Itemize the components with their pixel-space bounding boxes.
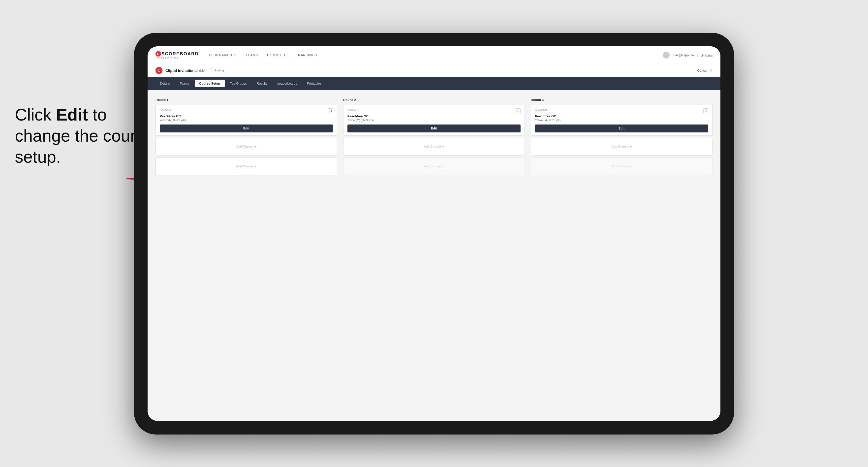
round-3-add-course-2: Add Course + [531,157,713,175]
course-card-header: (Course A) ⊟ [160,108,333,113]
round-3-delete-button[interactable]: ⊟ [703,108,708,113]
round-2-label: Round 2 [343,98,525,102]
round-2-delete-button[interactable]: ⊟ [516,108,521,113]
logo-c-letter: C [155,51,161,57]
round-2-add-course-2: Add Course + [343,157,525,175]
sign-out-link[interactable]: Sign out [701,53,713,57]
sub-header: C Clippd Invitational (Men) Hosting Canc… [148,64,720,77]
nav-teams[interactable]: TEAMS [246,52,258,58]
tab-teams[interactable]: Teams [175,80,194,87]
round-3-course-details: Yellow (M) (6629 yds) [535,119,708,122]
rounds-grid: Round 1 (Course A) ⊟ Peachtree GC Yellow… [155,98,713,177]
user-avatar [663,52,670,59]
round-2-add-course-plus-1: + [442,144,444,149]
round-3-add-course-plus-2: + [629,164,632,169]
round-1-add-course-2[interactable]: Add Course + [155,157,337,175]
sub-header-logo: C [155,67,162,74]
nav-rankings[interactable]: RANKINGS [298,52,317,58]
round-3-label: Round 3 [531,98,713,102]
logo-subtitle: Powered by clippd [155,57,199,59]
round-1-course-details: Yellow (M) (6629 yds) [160,119,333,122]
round-1-edit-button[interactable]: Edit [160,125,333,132]
round-3-course-label: (Course A) [535,108,547,111]
separator: | [697,53,698,57]
round-2-add-course-label-1: Add Course [424,145,441,148]
round-3-column: Round 3 (Course A) ⊟ Peachtree GC Yellow… [531,98,713,177]
round-1-column: Round 1 (Course A) ⊟ Peachtree GC Yellow… [155,98,337,177]
cancel-x[interactable]: ✕ [709,68,713,73]
add-course-label-1: Add Course [236,145,253,148]
round-3-edit-button[interactable]: Edit [535,125,708,132]
round-1-delete-button[interactable]: ⊟ [328,108,333,113]
round-1-course-card: (Course A) ⊟ Peachtree GC Yellow (M) (66… [155,105,337,136]
user-email: blair@clippd.io [673,53,694,57]
nav-links: TOURNAMENTS TEAMS COMMITTEE RANKINGS [209,52,663,58]
round-2-course-card: (Course A) ⊟ Peachtree GC Yellow (M) (66… [343,105,525,136]
tablet-screen: C SCOREBOARD Powered by clippd TOURNAMEN… [148,46,720,421]
nav-tournaments[interactable]: TOURNAMENTS [209,52,237,58]
cancel-button[interactable]: Cancel [698,69,707,72]
round-2-add-course-1[interactable]: Add Course + [343,138,525,156]
round-1-add-course-1[interactable]: Add Course + [155,138,337,156]
round-2-course-name: Peachtree GC [347,114,521,118]
top-nav-right: blair@clippd.io | Sign out [663,52,713,59]
round-3-add-course-plus-1: + [629,144,632,149]
round-2-course-label: (Course A) [347,108,359,111]
add-course-plus-1: + [254,144,256,149]
round-3-add-course-label-2: Add Course [612,164,629,168]
round-3-course-name: Peachtree GC [535,114,708,118]
tablet-device: C SCOREBOARD Powered by clippd TOURNAMEN… [134,33,734,435]
tab-leaderboards[interactable]: Leaderboards [273,80,302,87]
tab-course-setup[interactable]: Course Setup [195,80,225,87]
round-3-add-course-1[interactable]: Add Course + [531,138,713,156]
round-2-course-details: Yellow (M) (6629 yds) [347,119,521,122]
round-2-course-card-header: (Course A) ⊟ [347,108,521,113]
round-3-course-card: (Course A) ⊟ Peachtree GC Yellow (M) (66… [531,105,713,136]
tab-bar: Details Teams Course Setup Tee Groups Re… [148,77,720,90]
tab-results[interactable]: Results [252,80,272,87]
round-2-edit-button[interactable]: Edit [347,125,521,132]
top-navigation: C SCOREBOARD Powered by clippd TOURNAMEN… [148,46,720,64]
tournament-name: Clippd Invitational [165,68,198,73]
nav-committee[interactable]: COMMITTEE [267,52,289,58]
tournament-gender: (Men) [199,69,208,72]
tab-details[interactable]: Details [155,80,174,87]
round-1-course-name: Peachtree GC [160,114,333,118]
round-2-add-course-label-2: Add Course [424,164,441,168]
round-2-add-course-plus-2: + [442,164,444,169]
delete-icon: ⊟ [329,109,332,113]
add-course-plus-2: + [254,164,256,169]
logo-area: C SCOREBOARD Powered by clippd [155,51,199,59]
hosting-badge: Hosting [212,68,226,73]
delete-icon-3: ⊟ [705,109,707,113]
annotation-bold: Edit [56,105,88,124]
content-area: Round 1 (Course A) ⊟ Peachtree GC Yellow… [148,90,720,421]
round-3-course-card-header: (Course A) ⊟ [535,108,708,113]
add-course-label-2: Add Course [236,164,253,168]
round-1-label: Round 1 [155,98,337,102]
delete-icon-2: ⊟ [517,109,519,113]
round-2-column: Round 2 (Course A) ⊟ Peachtree GC Yellow… [343,98,525,177]
annotation-prefix: Click [15,105,56,124]
round-3-add-course-label-1: Add Course [612,145,629,148]
annotation-text: Click Edit to change the course setup. [15,104,154,167]
round-1-course-label: (Course A) [160,108,172,111]
logo-title: SCOREBOARD [161,52,199,56]
tab-tee-groups[interactable]: Tee Groups [226,80,251,87]
tab-printables[interactable]: Printables [303,80,326,87]
sub-header-right: Cancel ✕ [698,68,713,73]
